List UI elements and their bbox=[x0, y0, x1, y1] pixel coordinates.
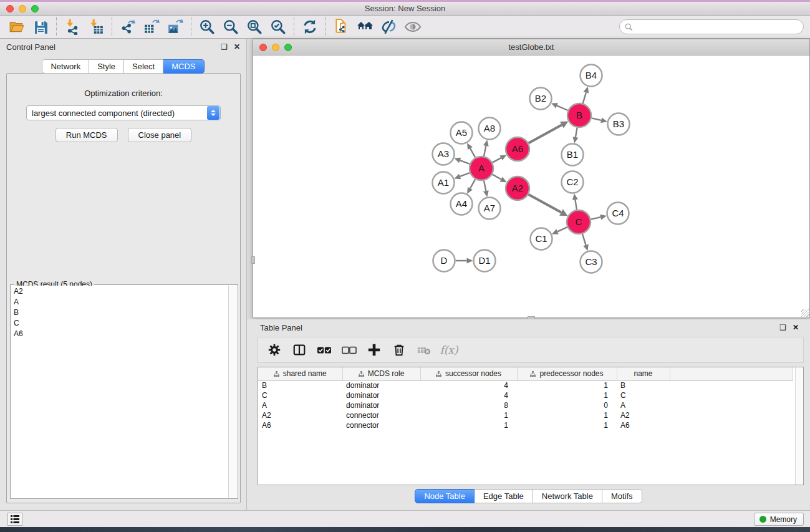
graph-node-A7[interactable]: A7 bbox=[479, 198, 501, 220]
table-header-row[interactable]: shared nameMCDS rolesuccessor nodesprede… bbox=[258, 367, 793, 380]
delete-table-button[interactable] bbox=[413, 340, 435, 360]
graph-node-C2[interactable]: C2 bbox=[562, 172, 584, 193]
tab-edge-table[interactable]: Edge Table bbox=[475, 489, 533, 503]
table-cell[interactable]: 0 bbox=[517, 400, 617, 410]
graph-node-A[interactable]: A bbox=[470, 157, 493, 180]
table-cell[interactable]: 1 bbox=[517, 380, 617, 390]
graph-edge-A-A7[interactable] bbox=[484, 181, 486, 191]
export-table-button[interactable] bbox=[140, 17, 163, 36]
tab-network[interactable]: Network bbox=[42, 59, 89, 74]
table-scrollbar[interactable] bbox=[795, 367, 803, 485]
table-cell[interactable]: A2 bbox=[258, 410, 342, 420]
table-cell[interactable]: C bbox=[258, 390, 342, 400]
table-cell[interactable]: C bbox=[617, 390, 670, 400]
network-window-titlebar[interactable]: testGlobe.txt bbox=[253, 39, 809, 56]
tab-node-table[interactable]: Node Table bbox=[415, 489, 475, 503]
table-cell[interactable]: 8 bbox=[420, 400, 517, 410]
save-session-button[interactable] bbox=[29, 17, 52, 36]
network-canvas[interactable]: B4B2BB3A8A5A6A3B1AA1C2A2A4A7C4CC1DD1C3 bbox=[253, 56, 809, 317]
split-handle-left[interactable] bbox=[251, 256, 255, 264]
graph-edge-B-B2[interactable] bbox=[557, 105, 568, 110]
table-cell[interactable]: connector bbox=[342, 420, 420, 430]
show-panels-menu-button[interactable] bbox=[7, 513, 22, 526]
table-settings-button[interactable] bbox=[263, 340, 286, 360]
table-row[interactable]: Cdominator41C bbox=[258, 390, 793, 400]
table-cell[interactable]: A bbox=[258, 400, 342, 410]
graph-node-B3[interactable]: B3 bbox=[608, 114, 630, 135]
table-cell[interactable]: 1 bbox=[517, 420, 617, 430]
table-cell[interactable]: A2 bbox=[617, 410, 670, 420]
graph-node-A4[interactable]: A4 bbox=[451, 193, 473, 215]
mcds-result-list[interactable]: A2ABCA6 bbox=[11, 286, 228, 498]
table-cell[interactable]: 1 bbox=[517, 390, 617, 400]
graph-edge-B-B4[interactable] bbox=[583, 92, 586, 104]
mcds-result-item[interactable]: A2 bbox=[11, 286, 228, 296]
table-cell[interactable]: B bbox=[258, 380, 342, 390]
float-panel-icon[interactable]: ❑ bbox=[221, 42, 228, 51]
import-table-button[interactable] bbox=[84, 17, 108, 36]
graph-edge-A6-B[interactable] bbox=[529, 125, 562, 143]
table-cell[interactable]: 1 bbox=[517, 410, 617, 420]
graph-node-D1[interactable]: D1 bbox=[474, 250, 496, 272]
import-network-button[interactable] bbox=[60, 17, 84, 36]
graph-edge-C-C2[interactable] bbox=[575, 200, 577, 210]
table-cell[interactable]: B bbox=[617, 380, 670, 390]
graph-edge-A-A2[interactable] bbox=[493, 175, 501, 180]
tab-select[interactable]: Select bbox=[124, 59, 163, 74]
table-cell[interactable]: connector bbox=[342, 410, 420, 420]
table-cell[interactable]: 1 bbox=[420, 410, 517, 420]
result-list-scrollbar[interactable] bbox=[228, 286, 237, 498]
graph-edge-A-A6[interactable] bbox=[493, 158, 501, 162]
table-cell[interactable]: A6 bbox=[617, 420, 670, 430]
graph-edge-C-C4[interactable] bbox=[591, 217, 601, 219]
delete-columns-button[interactable] bbox=[388, 340, 410, 360]
table-cell[interactable]: dominator bbox=[342, 390, 420, 400]
unselect-all-columns-button[interactable] bbox=[338, 340, 360, 360]
float-table-panel-icon[interactable]: ❑ bbox=[779, 323, 786, 332]
search-input[interactable] bbox=[636, 22, 792, 31]
close-panel-icon[interactable]: ✕ bbox=[234, 42, 240, 51]
graph-node-B2[interactable]: B2 bbox=[530, 88, 552, 110]
graph-node-C1[interactable]: C1 bbox=[531, 228, 552, 250]
export-network-button[interactable] bbox=[116, 17, 140, 36]
graph-node-B[interactable]: B bbox=[567, 104, 591, 127]
search-field[interactable] bbox=[619, 19, 804, 34]
window-resize-grip[interactable] bbox=[801, 309, 809, 317]
tab-style[interactable]: Style bbox=[89, 59, 124, 74]
mcds-result-item[interactable]: C bbox=[11, 317, 228, 328]
home-layout-button[interactable] bbox=[354, 17, 377, 36]
graph-edge-A2-C[interactable] bbox=[529, 195, 561, 213]
show-graphics-details-button[interactable] bbox=[401, 17, 425, 36]
mcds-result-item[interactable]: A6 bbox=[11, 328, 228, 339]
column-header-name[interactable]: name bbox=[617, 367, 670, 380]
split-columns-button[interactable] bbox=[288, 340, 311, 360]
table-cell[interactable]: 4 bbox=[420, 390, 517, 400]
graph-node-A5[interactable]: A5 bbox=[451, 122, 473, 144]
add-column-button[interactable] bbox=[363, 340, 385, 360]
table-cell[interactable]: A bbox=[617, 400, 670, 410]
attribute-table[interactable]: shared nameMCDS rolesuccessor nodesprede… bbox=[258, 367, 793, 430]
column-header-shared-name[interactable]: shared name bbox=[258, 367, 342, 380]
zoom-fit-button[interactable] bbox=[243, 17, 266, 36]
graph-node-A8[interactable]: A8 bbox=[479, 118, 501, 140]
table-row[interactable]: A2connector11A2 bbox=[258, 410, 793, 420]
close-table-panel-icon[interactable]: ✕ bbox=[793, 323, 799, 332]
mcds-result-item[interactable]: B bbox=[11, 307, 228, 317]
memory-button[interactable]: Memory bbox=[754, 513, 804, 526]
refresh-view-button[interactable] bbox=[298, 17, 322, 36]
graph-node-D[interactable]: D bbox=[433, 250, 455, 272]
zoom-out-button[interactable] bbox=[219, 17, 243, 36]
select-all-columns-button[interactable] bbox=[313, 340, 335, 360]
graph-edge-A-A5[interactable] bbox=[470, 148, 475, 158]
column-header-MCDS-role[interactable]: MCDS role bbox=[342, 367, 420, 380]
graph-node-C[interactable]: C bbox=[567, 210, 591, 234]
hide-labels-button[interactable] bbox=[377, 17, 401, 36]
optimization-criterion-dropdown[interactable]: largest connected component (directed) bbox=[26, 105, 221, 120]
table-row[interactable]: Bdominator41B bbox=[258, 380, 793, 390]
graph-node-B1[interactable]: B1 bbox=[562, 144, 584, 166]
column-header-successor-nodes[interactable]: successor nodes bbox=[420, 367, 517, 380]
zoom-selected-button[interactable] bbox=[266, 17, 290, 36]
table-row[interactable]: A6connector11A6 bbox=[258, 420, 793, 430]
graph-node-A1[interactable]: A1 bbox=[433, 172, 455, 194]
table-cell[interactable]: A6 bbox=[258, 420, 342, 430]
